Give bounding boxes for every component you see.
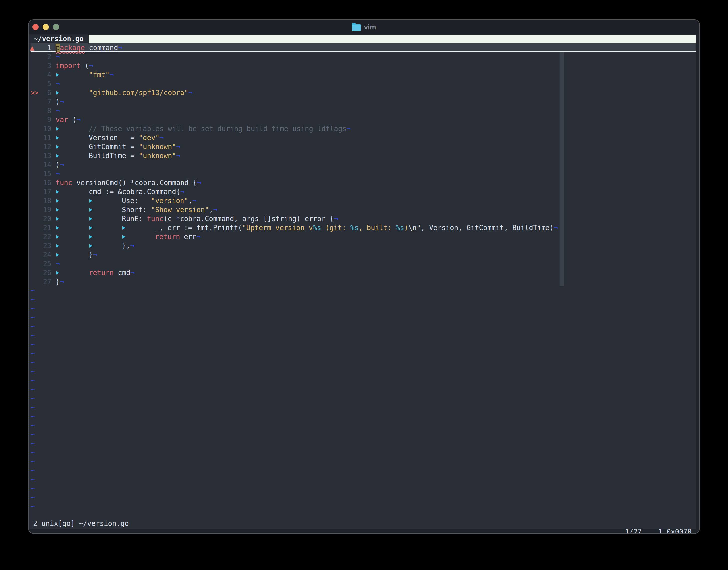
sign-column bbox=[31, 178, 39, 187]
sign-column bbox=[31, 259, 39, 268]
tab-version-go[interactable]: ~/version.go bbox=[29, 34, 89, 43]
code-line[interactable]: 25¬ bbox=[31, 259, 696, 268]
eol-marker-icon: ¬ bbox=[56, 53, 60, 61]
code-token: "unknown" bbox=[138, 142, 176, 151]
eol-marker-icon: ¬ bbox=[130, 242, 134, 250]
empty-buffer-line: ~ bbox=[31, 493, 696, 502]
code-line[interactable]: 19Short: "Show version",¬ bbox=[31, 205, 696, 214]
sign-column bbox=[31, 70, 39, 79]
tab-indent-icon bbox=[122, 232, 155, 241]
code-line[interactable]: 23},¬ bbox=[31, 241, 696, 250]
code-line[interactable]: 17cmd := &cobra.Command{¬ bbox=[31, 187, 696, 196]
line-number: 15 bbox=[39, 169, 51, 178]
empty-line-tilde: ~ bbox=[31, 322, 35, 331]
empty-line-tilde: ~ bbox=[31, 412, 35, 420]
code-line[interactable]: 12GitCommit = "unknown"¬ bbox=[31, 142, 696, 152]
code-token: } bbox=[56, 278, 60, 286]
code-line[interactable]: 2¬ bbox=[31, 52, 696, 61]
code-line[interactable]: 13BuildTime = "unknown"¬ bbox=[31, 152, 696, 161]
code-line[interactable]: 26return cmd¬ bbox=[31, 268, 696, 277]
code-line[interactable]: 8¬ bbox=[31, 106, 696, 115]
code-line[interactable]: 7)¬ bbox=[31, 97, 696, 106]
code-line[interactable]: 14)¬ bbox=[31, 161, 696, 169]
editor-area[interactable]: ▲!1package command¬2¬3import (¬4"fmt"¬5¬… bbox=[29, 43, 696, 529]
code-token: "version" bbox=[151, 197, 188, 205]
sign-column bbox=[31, 241, 39, 250]
code-token: %s bbox=[313, 224, 321, 232]
eol-marker-icon: ¬ bbox=[60, 161, 64, 169]
code-line[interactable]: 27}¬ bbox=[31, 277, 696, 286]
code-token: cmd bbox=[114, 269, 130, 277]
tab-indent-icon bbox=[122, 223, 155, 232]
eol-marker-icon: ¬ bbox=[176, 152, 180, 160]
code-line[interactable]: >>6"github.com/spf13/cobra"¬ bbox=[31, 88, 696, 97]
code-line[interactable]: ▲!1package command¬ bbox=[31, 43, 696, 52]
code-token: ) bbox=[404, 224, 409, 232]
code-line[interactable]: 15¬ bbox=[31, 169, 696, 178]
eol-marker-icon: ¬ bbox=[197, 179, 201, 187]
warning-sign-icon: ▲! bbox=[31, 43, 39, 52]
line-number: 2 bbox=[39, 52, 51, 61]
code-token: "dev" bbox=[138, 133, 159, 142]
code-line[interactable]: 11Version = "dev"¬ bbox=[31, 133, 696, 142]
tab-indent-icon bbox=[89, 214, 122, 223]
code-token: ) bbox=[56, 161, 60, 169]
empty-buffer-line: ~ bbox=[31, 466, 696, 475]
code-token: return bbox=[155, 233, 180, 241]
tab-indent-icon bbox=[56, 241, 89, 250]
line-number: 14 bbox=[39, 161, 51, 169]
code-line[interactable]: 5¬ bbox=[31, 79, 696, 88]
code-line[interactable]: 3import (¬ bbox=[31, 61, 696, 70]
line-number: 22 bbox=[39, 232, 51, 241]
window-title-area: vim bbox=[29, 20, 699, 34]
empty-buffer-line: ~ bbox=[31, 448, 696, 457]
vim-tabline: ~/version.go bbox=[29, 34, 699, 43]
code-token: \n", Version, GitCommit, BuildTime) bbox=[409, 224, 554, 232]
sign-column bbox=[31, 169, 39, 178]
titlebar[interactable]: vim bbox=[29, 20, 699, 34]
code-line[interactable]: 4"fmt"¬ bbox=[31, 70, 696, 79]
empty-buffer-line: ~ bbox=[31, 475, 696, 484]
code-token: (c *cobra.Command, args []string) error … bbox=[163, 215, 333, 223]
code-line[interactable]: 24}¬ bbox=[31, 250, 696, 259]
empty-line-tilde: ~ bbox=[31, 484, 35, 493]
code-token: "unknown" bbox=[138, 152, 176, 160]
sign-column bbox=[31, 106, 39, 115]
eol-marker-icon: ¬ bbox=[130, 269, 135, 277]
line-number: 25 bbox=[39, 259, 51, 268]
empty-line-tilde: ~ bbox=[31, 502, 35, 511]
code-token: , built: bbox=[358, 224, 396, 232]
code-line[interactable]: 10// These variables will be set during … bbox=[31, 124, 696, 133]
empty-line-tilde: ~ bbox=[31, 385, 35, 394]
eol-marker-icon: ¬ bbox=[89, 62, 93, 70]
code-line[interactable]: 21_, err := fmt.Printf("Upterm version v… bbox=[31, 223, 696, 232]
code-token: GitCommit = bbox=[89, 142, 139, 151]
tab-indent-icon bbox=[89, 232, 122, 241]
code-token: func bbox=[147, 215, 163, 223]
tab-indent-icon bbox=[56, 196, 89, 205]
code-line[interactable]: 9var (¬ bbox=[31, 115, 696, 124]
empty-line-tilde: ~ bbox=[31, 358, 35, 367]
sign-column bbox=[31, 124, 39, 133]
sign-column bbox=[31, 52, 39, 61]
code-line[interactable]: 20RunE: func(c *cobra.Command, args []st… bbox=[31, 214, 696, 223]
tab-indent-icon bbox=[56, 223, 89, 232]
empty-buffer-line: ~ bbox=[31, 457, 696, 466]
code-line[interactable]: 22return err¬ bbox=[31, 232, 696, 241]
code-token: versionCmd() *cobra.Command { bbox=[72, 179, 197, 187]
sign-column bbox=[31, 97, 39, 106]
line-number: 17 bbox=[39, 187, 51, 196]
eol-marker-icon: ¬ bbox=[118, 44, 122, 52]
tab-indent-icon bbox=[89, 241, 122, 250]
jump-sign-icon: >> bbox=[31, 88, 39, 97]
code-line[interactable]: 18Use: "version",¬ bbox=[31, 196, 696, 205]
code-token: Short: bbox=[122, 206, 151, 214]
empty-buffer-line: ~ bbox=[31, 421, 696, 430]
eol-marker-icon: ¬ bbox=[346, 124, 350, 133]
empty-buffer-line: ~ bbox=[31, 286, 696, 295]
empty-line-tilde: ~ bbox=[31, 475, 35, 484]
code-line[interactable]: 16func versionCmd() *cobra.Command {¬ bbox=[31, 178, 696, 187]
tab-indent-icon bbox=[56, 232, 89, 241]
eol-marker-icon: ¬ bbox=[554, 224, 558, 232]
line-number: 5 bbox=[39, 79, 51, 88]
